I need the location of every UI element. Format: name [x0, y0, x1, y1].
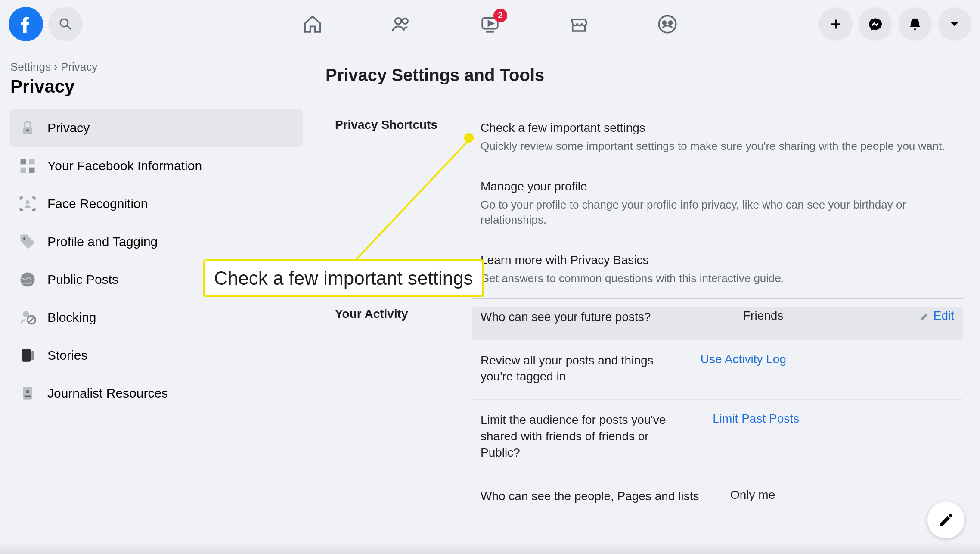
marketplace-icon: [568, 13, 589, 35]
sidebar-item-label: Face Recognition: [47, 196, 148, 211]
notifications-button[interactable]: [898, 7, 932, 41]
callout-line: [353, 137, 491, 263]
compose-button[interactable]: [927, 501, 964, 538]
svg-rect-11: [21, 159, 26, 165]
sidebar-item-journalist[interactable]: Journalist Resources: [10, 374, 303, 412]
friends-icon: [391, 13, 412, 35]
svg-line-1: [68, 26, 71, 29]
row-value: Friends: [743, 309, 847, 323]
row-who-can-see-follows[interactable]: Who can see the people, Pages and lists …: [472, 476, 963, 519]
sidebar-item-profile-tagging[interactable]: Profile and Tagging: [10, 223, 303, 261]
sidebar-item-face-recognition[interactable]: Face Recognition: [10, 185, 303, 223]
breadcrumb: Settings › Privacy: [10, 60, 303, 74]
create-button[interactable]: [819, 7, 853, 41]
svg-point-16: [23, 237, 25, 240]
activity-log-link[interactable]: Use Activity Log: [687, 352, 786, 366]
nav-home[interactable]: [301, 12, 325, 36]
messenger-button[interactable]: [859, 7, 892, 41]
sidebar-item-label: Stories: [47, 348, 87, 363]
svg-rect-25: [25, 396, 31, 398]
sidebar-item-blocking[interactable]: Blocking: [10, 299, 303, 336]
globe-icon: [18, 270, 37, 289]
breadcrumb-root[interactable]: Settings: [10, 60, 51, 73]
plus-icon: [828, 16, 844, 32]
svg-point-2: [395, 18, 401, 24]
svg-rect-22: [31, 351, 34, 360]
row-privacy-basics[interactable]: Learn more with Privacy Basics Get answe…: [472, 240, 963, 299]
row-review-posts[interactable]: Review all your posts and things you're …: [472, 340, 963, 400]
callout-dot: [464, 133, 474, 143]
search-icon: [58, 16, 73, 32]
edit-link[interactable]: Edit: [855, 309, 954, 323]
sidebar-item-label: Journalist Resources: [47, 386, 168, 401]
watch-badge: 2: [493, 9, 507, 22]
face-scan-icon: [18, 194, 37, 213]
home-icon: [302, 13, 323, 35]
svg-rect-14: [29, 168, 35, 173]
tag-icon: [18, 232, 37, 251]
svg-line-26: [353, 140, 469, 263]
sidebar-item-label: Profile and Tagging: [47, 234, 158, 249]
bell-icon: [907, 16, 923, 32]
nav-groups[interactable]: [655, 12, 679, 36]
top-navbar: 2: [0, 0, 980, 48]
stories-icon: [18, 346, 37, 365]
row-future-posts[interactable]: Who can see your future posts? Friends E…: [472, 307, 963, 340]
grid-icon: [18, 156, 37, 175]
account-menu-button[interactable]: [938, 7, 971, 41]
svg-point-6: [659, 16, 676, 32]
breadcrumb-leaf: Privacy: [61, 60, 97, 73]
row-check-settings[interactable]: Check a few important settings Quickly r…: [472, 118, 963, 166]
limit-past-posts-link[interactable]: Limit Past Posts: [700, 412, 799, 426]
svg-point-8: [669, 21, 672, 24]
nav-watch[interactable]: 2: [478, 12, 502, 36]
groups-icon: [657, 13, 678, 35]
page-title: Privacy Settings and Tools: [326, 65, 963, 103]
svg-point-24: [26, 390, 29, 393]
sidebar-item-your-info[interactable]: Your Facebook Information: [10, 147, 303, 185]
row-limit-audience[interactable]: Limit the audience for posts you've shar…: [472, 400, 963, 476]
nav-marketplace[interactable]: [567, 12, 591, 36]
svg-point-0: [60, 19, 68, 27]
sidebar-title: Privacy: [10, 76, 303, 97]
sidebar-item-label: Your Facebook Information: [47, 159, 202, 173]
svg-point-17: [21, 273, 35, 287]
caret-down-icon: [947, 16, 962, 32]
compose-icon: [937, 510, 955, 529]
section-label-activity: Your Activity: [335, 307, 472, 519]
svg-rect-12: [29, 159, 35, 165]
sidebar-item-stories[interactable]: Stories: [10, 336, 303, 374]
nav-friends[interactable]: [389, 12, 413, 36]
search-button[interactable]: [48, 7, 83, 41]
row-value: Only me: [730, 488, 834, 502]
lock-icon: [18, 118, 37, 137]
svg-point-15: [25, 200, 29, 204]
main-panel: Privacy Settings and Tools Privacy Short…: [308, 48, 980, 554]
settings-sidebar: Settings › Privacy Privacy Privacy Your …: [0, 48, 308, 554]
badge-icon: [18, 384, 37, 403]
sidebar-item-label: Blocking: [47, 310, 96, 325]
svg-point-7: [663, 21, 666, 24]
row-manage-profile[interactable]: Manage your profile Go to your profile t…: [472, 166, 963, 240]
svg-line-20: [29, 317, 34, 322]
bottom-shadow: [0, 541, 980, 554]
block-user-icon: [18, 308, 37, 327]
pencil-icon: [920, 311, 930, 321]
sidebar-item-privacy[interactable]: Privacy: [10, 109, 303, 147]
svg-point-10: [26, 129, 29, 132]
messenger-icon: [868, 16, 883, 32]
svg-rect-21: [22, 349, 31, 361]
sidebar-item-label: Public Posts: [47, 272, 118, 287]
facebook-logo[interactable]: [9, 7, 43, 41]
svg-point-3: [403, 18, 408, 24]
callout-box: Check a few important settings: [203, 259, 484, 297]
svg-rect-13: [21, 168, 26, 173]
sidebar-item-label: Privacy: [47, 121, 90, 135]
